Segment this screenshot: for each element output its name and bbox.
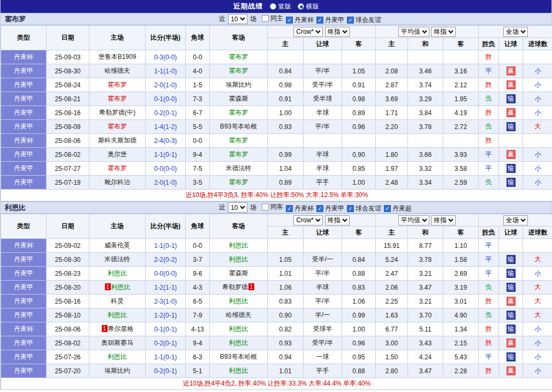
team-link[interactable]: 霍布罗	[108, 164, 127, 172]
score-cell[interactable]: 2-4(0-3)	[146, 134, 186, 148]
average-select[interactable]: 平均值	[398, 215, 429, 225]
score-cell[interactable]: 1-1(1-0)	[146, 64, 186, 78]
score-cell[interactable]: 1-2(0-1)	[146, 308, 186, 322]
checkbox-icon[interactable]: ✓	[286, 205, 293, 212]
score-cell[interactable]: 1-1(0-1)	[146, 148, 186, 162]
checkbox-icon[interactable]: ✓	[286, 17, 293, 24]
score-cell[interactable]: 1-1(0-1)	[146, 350, 186, 364]
score-cell[interactable]: 1-1(0-1)	[146, 239, 186, 253]
team-link[interactable]: 哈维德夫	[104, 67, 130, 74]
team-link[interactable]: 霍布罗	[229, 53, 248, 61]
score-cell[interactable]: 2-0(1-0)	[146, 78, 186, 92]
bookmaker-select[interactable]: Crow*	[293, 215, 323, 225]
team-link[interactable]: 奥尔堡	[108, 150, 127, 158]
score-cell[interactable]: 0-2(0-1)	[146, 336, 186, 350]
score-cell[interactable]: 0-2(0-1)	[146, 106, 186, 120]
score-cell[interactable]: 2-3(1-0)	[146, 295, 186, 308]
team-link[interactable]: 利恩比	[229, 325, 248, 333]
team-link[interactable]: 埃斯比约	[104, 367, 130, 374]
checkbox-icon[interactable]: ✓	[316, 205, 323, 212]
team-link[interactable]: 斯科夫斯加德	[98, 137, 137, 144]
filter-option[interactable]: ✓球会友谊	[347, 16, 381, 25]
odds-stage-select[interactable]: 终指	[325, 215, 350, 225]
score-cell[interactable]: 1-2(1-1)	[146, 281, 186, 295]
team-link[interactable]: 利恩比	[229, 255, 248, 263]
team-link[interactable]: 米德法特	[226, 164, 252, 172]
team-link[interactable]: 霍布罗	[229, 137, 248, 144]
team-link[interactable]: 希尔星格	[108, 325, 134, 333]
checkbox-icon[interactable]: ✓	[347, 205, 354, 212]
team-link[interactable]: 霍布罗	[229, 67, 248, 74]
checkbox-icon[interactable]: ✓	[384, 205, 391, 212]
team-link[interactable]: 利恩比	[108, 311, 127, 319]
score-cell[interactable]: 2-0(1-0)	[146, 176, 186, 190]
fullmatch-select[interactable]: 全场	[503, 215, 528, 225]
filter-option[interactable]: ✓丹麦超	[384, 204, 412, 213]
avg-odds-cell: 2.28	[443, 364, 479, 378]
filter-option[interactable]: ✓球会友谊	[347, 204, 381, 213]
checkbox-icon[interactable]	[262, 203, 269, 210]
team-link[interactable]: 利恩比	[111, 283, 131, 291]
team-link[interactable]: 科灵	[111, 297, 124, 305]
team-link[interactable]: 霍森斯	[229, 95, 248, 102]
score-cell[interactable]: 0-1(0-0)	[146, 92, 186, 106]
team-link[interactable]: 霍布罗	[108, 81, 127, 88]
team-link[interactable]: 利恩比	[229, 339, 248, 346]
filter-option[interactable]: ✓丹麦杯	[286, 16, 314, 25]
checkbox-icon[interactable]	[262, 15, 269, 22]
filter-option[interactable]: ✓丹麦甲	[316, 16, 344, 25]
average-select[interactable]: 平均值	[398, 27, 429, 37]
odds-stage-select[interactable]: 终指	[431, 27, 456, 37]
team-link[interactable]: 奥胡斯赛马	[101, 339, 133, 346]
team-section-home: 霍布罗 近 10 场 同主✓丹麦杯✓丹麦甲✓球会友谊 类型 日期 主场 比分	[1, 13, 551, 201]
score-cell[interactable]: 0-0(0-0)	[146, 267, 186, 281]
score-cell[interactable]: 0-0(0-0)	[146, 162, 186, 176]
team-link[interactable]: B93哥本哈根	[220, 353, 257, 360]
fullmatch-select[interactable]: 全场	[503, 27, 528, 37]
team-link[interactable]: 米德法特	[104, 255, 130, 263]
radio-icon[interactable]	[298, 3, 304, 10]
team-link[interactable]: 希勒罗德(中)	[99, 109, 135, 116]
score-cell[interactable]: 0-3(0-0)	[146, 50, 186, 64]
score-cell[interactable]: 0-2(0-1)	[146, 364, 186, 378]
team-link[interactable]: 霍布罗	[108, 95, 127, 102]
team-link[interactable]: 霍布罗	[229, 109, 248, 116]
score-cell[interactable]: 1-4(1-2)	[146, 120, 186, 134]
team-link[interactable]: 利恩比	[229, 367, 248, 374]
score-cell[interactable]: 2-2(0-2)	[146, 253, 186, 267]
recent-count-select[interactable]: 10	[228, 14, 247, 24]
checkbox-icon[interactable]: ✓	[347, 17, 354, 24]
team-link[interactable]: 威美伦英	[104, 242, 130, 249]
team-link[interactable]: 利恩比	[108, 353, 127, 360]
team-link[interactable]: 霍布罗	[229, 178, 248, 186]
team-link[interactable]: B93哥本哈根	[220, 123, 257, 130]
team-link[interactable]: 堡鲁本B1909	[99, 53, 137, 61]
team-link[interactable]: 霍布罗	[229, 150, 248, 158]
view-option-horizontal[interactable]: 横版	[298, 2, 319, 11]
checkbox-icon[interactable]: ✓	[316, 17, 323, 24]
odds-stage-select[interactable]: 终指	[431, 215, 456, 225]
home-team-cell: 希勒罗德(中)	[89, 106, 146, 120]
avg-odds-cell: 5.11	[408, 322, 443, 336]
filter-option[interactable]: 同主	[262, 14, 283, 23]
crown-odds-cell: 受半球	[304, 92, 342, 106]
team-link[interactable]: 希勒罗德	[222, 283, 248, 291]
bookmaker-select[interactable]: Crow*	[293, 27, 323, 37]
filter-option[interactable]: 同客	[262, 202, 283, 212]
filter-option[interactable]: ✓丹麦甲	[316, 204, 344, 213]
team-link[interactable]: 利恩比	[108, 269, 127, 277]
odds-stage-select[interactable]: 终指	[325, 27, 350, 37]
view-option-vertical[interactable]: 竖版	[270, 2, 291, 11]
score-cell[interactable]: 0-1(0-1)	[146, 322, 186, 336]
filter-option[interactable]: ✓丹麦杯	[286, 204, 314, 213]
radio-icon[interactable]	[270, 3, 276, 10]
league-cell: 丹麦甲	[1, 253, 47, 267]
team-link[interactable]: 霍布罗	[108, 123, 127, 130]
team-link[interactable]: 靴尔科治	[104, 178, 130, 186]
team-link[interactable]: 埃斯比约	[226, 81, 252, 88]
team-link[interactable]: 哈维德夫	[226, 311, 252, 319]
team-link[interactable]: 利恩比	[229, 297, 248, 305]
team-link[interactable]: 霍森斯	[229, 269, 248, 277]
recent-count-select[interactable]: 10	[228, 202, 247, 213]
team-link[interactable]: 利恩比	[229, 242, 248, 249]
